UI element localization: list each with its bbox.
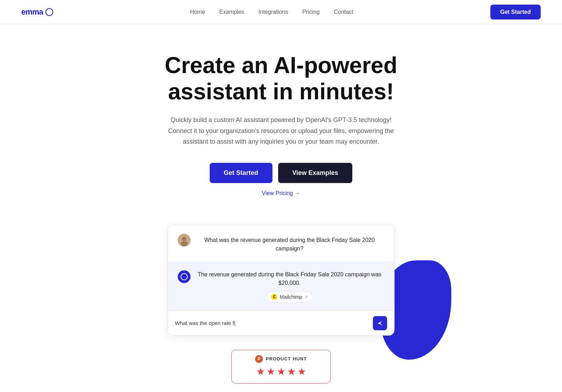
chat-demo: What was the revenue generated during th… [167,225,395,336]
logo-circle-icon [45,8,53,16]
svg-point-2 [181,241,188,246]
product-hunt-icon: P [255,355,263,363]
hero-section: Create an AI-powered assistant in minute… [0,24,562,392]
ai-message-text: The revenue generated during the Black F… [195,270,384,287]
chat-message-ai: The revenue generated during the Black F… [168,262,394,311]
nav-item-contact[interactable]: Contact [334,9,353,15]
view-pricing-link[interactable]: View Pricing → [262,190,300,197]
nav-item-examples[interactable]: Examples [219,9,244,15]
svg-point-1 [182,237,186,241]
chat-message-user: What was the revenue generated during th… [168,225,394,262]
view-pricing-link-container: View Pricing → [21,190,541,211]
nav-item-home[interactable]: Home [190,9,205,15]
user-avatar-icon [178,234,191,247]
chat-input[interactable] [175,320,369,326]
ai-message-content: The revenue generated during the Black F… [195,270,384,302]
nav-link-home[interactable]: Home [190,9,205,15]
nav-link-pricing[interactable]: Pricing [302,9,320,15]
logo-text: emma [21,7,43,17]
star-4: ★ [287,366,296,377]
hero-title: Create an AI-powered assistant in minute… [139,53,423,105]
nav-link-contact[interactable]: Contact [334,9,353,15]
send-button[interactable] [373,316,387,330]
nav-item-pricing[interactable]: Pricing [302,9,320,15]
star-2: ★ [266,366,275,377]
star-5: ★ [297,366,306,377]
product-hunt-header: P PRODUCT HUNT [243,355,319,363]
chat-demo-wrapper: What was the revenue generated during th… [167,225,395,336]
product-hunt-section: P PRODUCT HUNT ★ ★ ★ ★ ★ [21,350,541,383]
hero-get-started-button[interactable]: Get Started [210,163,272,183]
hero-subtitle: Quickly build a custom AI assistant powe… [160,115,402,147]
hero-view-examples-button[interactable]: View Examples [278,163,353,183]
product-hunt-label: PRODUCT HUNT [266,356,307,361]
ai-avatar [178,270,191,283]
product-hunt-card: P PRODUCT HUNT ★ ★ ★ ★ ★ [231,350,331,383]
cta-buttons: Get Started View Examples [21,163,541,183]
nav-links: Home Examples Integrations Pricing Conta… [190,9,353,15]
product-hunt-stars: ★ ★ ★ ★ ★ [243,366,319,377]
external-link-icon: ↗ [304,294,308,299]
navbar-get-started-button[interactable]: Get Started [490,5,541,20]
navbar: emma Home Examples Integrations Pricing … [0,0,562,24]
chat-input-area [168,311,394,335]
source-badge[interactable]: C Mailchimp ↗ [266,292,312,302]
nav-link-examples[interactable]: Examples [219,9,244,15]
user-message-text: What was the revenue generated during th… [195,234,384,253]
logo: emma [21,7,53,17]
star-1: ★ [256,366,265,377]
user-avatar [178,234,191,247]
send-icon [377,320,383,326]
mailchimp-icon: C [271,294,277,300]
ai-avatar-inner-circle [181,273,188,280]
source-label: Mailchimp [280,294,302,300]
nav-link-integrations[interactable]: Integrations [258,9,288,15]
nav-item-integrations[interactable]: Integrations [258,9,288,15]
star-3: ★ [277,366,286,377]
